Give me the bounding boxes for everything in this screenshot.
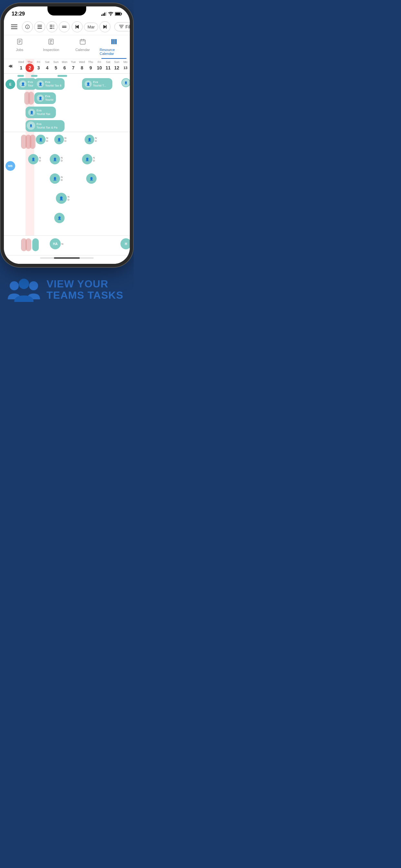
tab-bar: Jobs Inspection: [4, 35, 130, 59]
svg-rect-6: [116, 13, 120, 15]
date-8[interactable]: Wed 8: [78, 59, 86, 73]
event-avatar-4: 👤: [37, 95, 44, 102]
event-eva-tourist-tax-8[interactable]: 👤 Eva Tourist Tax 8: [34, 78, 65, 90]
row-2-content: 👤 👤 ND 👤 ND 👤 ND 👤 ND: [17, 132, 130, 236]
row3-h-partial[interactable]: H: [120, 238, 130, 249]
svg-rect-15: [50, 25, 53, 26]
svg-rect-36: [50, 41, 52, 42]
row-2-avatar: MB: [4, 132, 17, 236]
mb-event-3[interactable]: 👤 ND: [85, 135, 97, 144]
event-text-2: Eva Tour: [28, 81, 34, 88]
event-eva-tour-1[interactable]: 👤 Eva Tour: [17, 78, 37, 90]
svg-rect-19: [53, 27, 54, 27]
prev-month-button[interactable]: [72, 21, 83, 32]
mb-event-row3-2[interactable]: 👤: [86, 174, 96, 184]
jobs-icon: [17, 38, 23, 46]
row3-ha-event[interactable]: HA N: [50, 238, 63, 249]
promo-text-container: VIEW YOUR TEAMS TASKS: [47, 278, 123, 301]
date-3[interactable]: Fri 3: [34, 59, 43, 73]
svg-rect-12: [37, 25, 42, 26]
date-2-today[interactable]: Thu 2: [26, 59, 34, 73]
mb-event-row5-1[interactable]: 👤: [54, 213, 65, 223]
event-text-6: Eva Tourist Tax & Pa: [36, 122, 58, 129]
date-11[interactable]: Sat 11: [104, 59, 112, 73]
mb-event-row2-3[interactable]: 👤 ND: [82, 154, 95, 164]
resource-calendar-label: Resource Calendar: [100, 48, 129, 56]
month-label[interactable]: Mar: [84, 23, 98, 31]
signal-icon: [101, 12, 106, 16]
pink-pill-2[interactable]: [28, 92, 34, 104]
date-1[interactable]: Wed 1: [17, 59, 26, 73]
avatar-only-partial[interactable]: 👤: [121, 78, 130, 87]
event-text: Eva Tourist Tax 8: [45, 81, 61, 88]
svg-rect-5: [121, 13, 122, 15]
list-view-button-1[interactable]: [34, 21, 45, 32]
date-4[interactable]: Sat 4: [43, 59, 52, 73]
mb-event-2[interactable]: 👤 ND: [54, 135, 66, 144]
next-month-button[interactable]: [99, 21, 111, 32]
svg-rect-16: [50, 27, 53, 27]
date-9[interactable]: Thu 9: [86, 59, 95, 73]
tab-resource-calendar[interactable]: Resource Calendar: [98, 35, 130, 59]
dates-row: Wed 1 Thu 2 Fri 3 Sat 4 Sun 5: [17, 59, 130, 73]
phone-frame: 12:29: [4, 6, 130, 264]
event-eva-tourist-right[interactable]: 👤 Eva Tourist T...: [82, 78, 112, 90]
mb-pink-pill-3[interactable]: [30, 135, 35, 149]
svg-rect-32: [19, 41, 21, 42]
avatar-only-1[interactable]: 👤: [26, 121, 36, 130]
calendar-row-3-partial: HA N H: [4, 236, 130, 255]
row3-teal-pill[interactable]: [32, 238, 39, 251]
promo-line-1: VIEW YOUR: [47, 278, 123, 290]
tab-calendar[interactable]: Calendar: [67, 35, 98, 59]
tab-inspection[interactable]: Inspection: [35, 35, 67, 59]
list-view-button-3[interactable]: [59, 21, 70, 32]
date-13[interactable]: Mo 13: [121, 59, 130, 73]
inspection-label: Inspection: [43, 48, 59, 52]
tab-jobs[interactable]: Jobs: [4, 35, 35, 59]
mb-event-row2-1[interactable]: 👤 ND: [28, 154, 41, 164]
svg-rect-20: [53, 28, 54, 29]
svg-rect-33: [19, 42, 20, 43]
date-10[interactable]: Fri 10: [95, 59, 104, 73]
event-eva-tourist-tax-3[interactable]: 👤 Eva Tourist Tax: [26, 106, 56, 118]
event-eva-tourist-2[interactable]: 👤 Eva Tourist: [34, 92, 56, 104]
date-nav-left[interactable]: [4, 59, 17, 73]
avatar-e: E: [5, 80, 15, 89]
event-text-5: Eva Tourist Tax: [36, 109, 50, 116]
mb-event-row2-2[interactable]: 👤 ND: [50, 154, 63, 164]
svg-point-48: [10, 281, 19, 290]
info-button[interactable]: i: [22, 21, 33, 32]
inspection-icon: [48, 38, 54, 46]
mb-event-row4-1[interactable]: 👤 ND: [56, 193, 69, 204]
promo-line-2: TEAMS TASKS: [47, 290, 123, 301]
svg-rect-39: [80, 40, 85, 44]
month-navigation: Mar: [72, 21, 111, 32]
filter-button[interactable]: Filter: [114, 22, 130, 31]
svg-rect-26: [106, 25, 106, 29]
filter-icon: [119, 25, 124, 29]
date-7[interactable]: Tue 7: [69, 59, 78, 73]
jobs-label: Jobs: [16, 48, 23, 52]
date-5[interactable]: Sun 5: [52, 59, 60, 73]
svg-rect-18: [53, 25, 54, 26]
resource-calendar-icon: [111, 38, 117, 46]
svg-rect-34: [49, 39, 53, 44]
svg-rect-35: [50, 40, 52, 41]
date-12[interactable]: Sun 12: [112, 59, 121, 73]
svg-point-50: [19, 279, 29, 289]
notch: [48, 6, 86, 16]
date-6[interactable]: Mon 6: [60, 59, 69, 73]
mb-event-1[interactable]: 👤 ND: [36, 135, 48, 144]
event-avatar-2: 👤: [19, 81, 27, 88]
mb-event-row3-1[interactable]: 👤 ND: [50, 174, 63, 184]
svg-text:i: i: [27, 26, 28, 29]
row3-pink-pill-2[interactable]: [26, 238, 31, 251]
svg-rect-3: [106, 12, 107, 16]
list-view-button-2[interactable]: [47, 21, 58, 32]
svg-rect-2: [104, 12, 105, 16]
svg-rect-7: [11, 25, 18, 25]
toolbar: i: [4, 19, 130, 35]
calendar-row-2: MB 👤 👤 ND 👤: [4, 132, 130, 236]
menu-button[interactable]: [8, 22, 20, 32]
svg-rect-22: [62, 27, 66, 28]
